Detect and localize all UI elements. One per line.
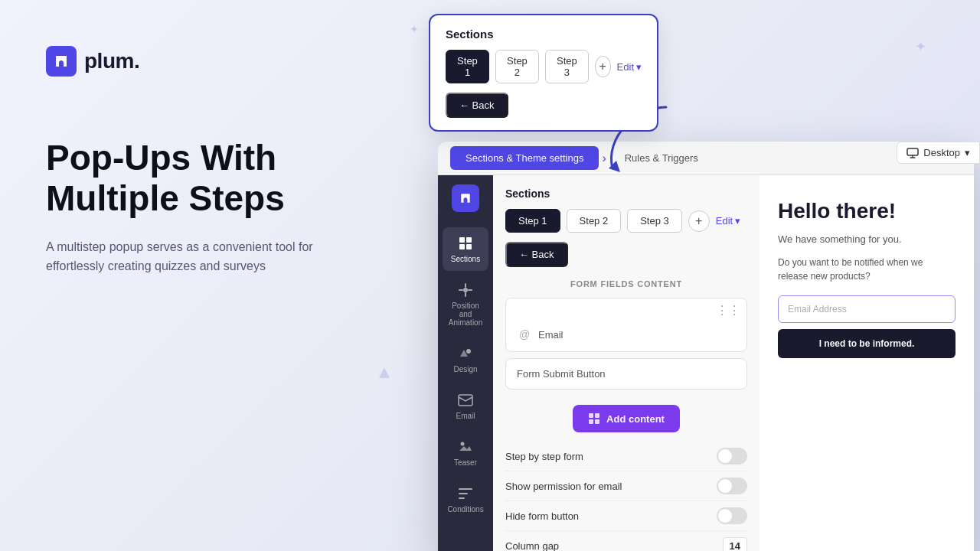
at-icon: @ bbox=[517, 327, 532, 342]
preview-email-input: Email Address bbox=[778, 295, 956, 323]
step-by-step-label: Step by step form bbox=[505, 451, 583, 462]
edit-step-btn[interactable]: Edit ▾ bbox=[716, 215, 740, 227]
floating-steps-row: Step 1 Step 2 Step 3 + Edit ▾ bbox=[446, 50, 642, 83]
add-step-btn[interactable]: + bbox=[688, 210, 710, 232]
sections-icon bbox=[457, 235, 474, 252]
chevron-down-icon: ▾ bbox=[965, 147, 970, 158]
sections-header: Sections bbox=[505, 187, 747, 200]
svg-rect-3 bbox=[466, 237, 472, 243]
logo-text: plum. bbox=[84, 49, 139, 73]
submit-field-inner: Form Submit Button bbox=[506, 359, 746, 389]
editor-sidebar: Sections Position and Animation bbox=[438, 175, 493, 551]
svg-point-6 bbox=[463, 288, 468, 292]
email-field-box: ⋮⋮ @ Email bbox=[505, 298, 747, 352]
sidebar-item-design[interactable]: Design bbox=[443, 337, 488, 381]
permission-toggle[interactable] bbox=[717, 478, 747, 494]
sidebar-design-label: Design bbox=[453, 365, 477, 373]
floating-step2-btn[interactable]: Step 2 bbox=[495, 50, 539, 83]
step2-btn[interactable]: Step 2 bbox=[567, 209, 622, 233]
preview-subtitle: We have something for you. bbox=[778, 233, 956, 245]
hide-button-toggle[interactable] bbox=[717, 507, 747, 524]
tab-sections-theme[interactable]: Sections & Theme settings bbox=[450, 146, 599, 170]
svg-rect-12 bbox=[589, 419, 593, 424]
floating-step3-btn[interactable]: Step 3 bbox=[545, 50, 589, 83]
floating-back-btn[interactable]: ← Back bbox=[446, 93, 508, 118]
step-by-step-toggle[interactable] bbox=[717, 448, 747, 465]
chevron-down-icon: ▾ bbox=[735, 215, 740, 227]
floating-step1-btn[interactable]: Step 1 bbox=[446, 50, 489, 83]
back-btn[interactable]: ← Back bbox=[505, 242, 568, 267]
monitor-icon bbox=[906, 148, 919, 158]
svg-rect-10 bbox=[589, 413, 593, 418]
svg-rect-8 bbox=[459, 395, 472, 406]
editor-body: Sections Position and Animation bbox=[438, 175, 974, 551]
teaser-icon bbox=[457, 439, 474, 455]
sidebar-item-email[interactable]: Email bbox=[443, 384, 488, 428]
email-icon bbox=[457, 392, 474, 409]
headline: Pop-Ups With Multiple Steps bbox=[46, 138, 413, 219]
email-field-inner: @ Email bbox=[506, 318, 746, 351]
toggle-row-permission: Show permission for email bbox=[505, 471, 747, 501]
sidebar-item-teaser[interactable]: Teaser bbox=[443, 431, 488, 474]
column-gap-label: Column gap bbox=[505, 540, 559, 551]
left-panel: plum. Pop-Ups With Multiple Steps A mult… bbox=[46, 46, 413, 276]
editor-container: Sections & Theme settings › Rules & Trig… bbox=[438, 142, 974, 551]
main-editor-content: Sections Step 1 Step 2 Step 3 + Edit ▾ ←… bbox=[493, 175, 760, 551]
svg-point-7 bbox=[466, 349, 471, 354]
svg-rect-2 bbox=[459, 237, 465, 243]
toggle-row-hidebutton: Hide form button bbox=[505, 501, 747, 531]
permission-label: Show permission for email bbox=[505, 481, 622, 492]
plum-logo-icon bbox=[46, 46, 77, 77]
conditions-icon bbox=[457, 485, 474, 502]
editor-topnav: Sections & Theme settings › Rules & Trig… bbox=[438, 142, 974, 175]
floating-edit-link[interactable]: Edit ▾ bbox=[617, 61, 642, 73]
step3-btn[interactable]: Step 3 bbox=[627, 209, 682, 233]
preview-submit-btn: I need to be informed. bbox=[778, 329, 956, 358]
add-content-btn[interactable]: Add content bbox=[573, 405, 680, 432]
deco-star1: ✦ bbox=[915, 38, 926, 55]
logo: plum. bbox=[46, 46, 413, 77]
submit-field-label: Form Submit Button bbox=[517, 368, 606, 380]
step1-btn[interactable]: Step 1 bbox=[505, 209, 560, 233]
svg-rect-5 bbox=[466, 244, 472, 249]
submit-field-box: Form Submit Button bbox=[505, 358, 747, 390]
preview-content: Hello there! We have something for you. … bbox=[760, 175, 974, 551]
sidebar-conditions-label: Conditions bbox=[447, 505, 483, 514]
preview-panel: Hello there! We have something for you. … bbox=[760, 175, 974, 551]
deco-triangle: ▲ bbox=[375, 361, 394, 383]
form-fields-label: FORM FIELDS CONTENT bbox=[505, 279, 747, 289]
column-gap-row: Column gap 14 bbox=[505, 531, 747, 551]
add-content-icon bbox=[588, 412, 600, 425]
svg-rect-11 bbox=[595, 413, 599, 418]
preview-question: Do you want to be notified when we relea… bbox=[778, 256, 956, 283]
sidebar-sections-label: Sections bbox=[451, 255, 480, 263]
sidebar-teaser-label: Teaser bbox=[454, 458, 477, 467]
design-icon bbox=[457, 345, 474, 362]
sidebar-email-label: Email bbox=[456, 412, 475, 420]
toggle-row-stepbyStep: Step by step form bbox=[505, 442, 747, 471]
preview-title: Hello there! bbox=[778, 198, 956, 224]
position-icon bbox=[457, 282, 474, 298]
sidebar-position-label: Position and Animation bbox=[449, 302, 482, 327]
hide-button-label: Hide form button bbox=[505, 510, 579, 522]
svg-rect-13 bbox=[595, 419, 599, 424]
floating-sections-card: Sections Step 1 Step 2 Step 3 + Edit ▾ ←… bbox=[429, 14, 658, 132]
deco-star2: ✦ bbox=[410, 23, 419, 35]
svg-rect-1 bbox=[907, 148, 918, 155]
steps-row: Step 1 Step 2 Step 3 + Edit ▾ bbox=[505, 209, 747, 233]
drag-dots-icon: ⋮⋮ bbox=[716, 303, 740, 318]
sidebar-item-position[interactable]: Position and Animation bbox=[443, 274, 488, 334]
column-gap-value: 14 bbox=[723, 537, 747, 551]
sidebar-item-conditions[interactable]: Conditions bbox=[443, 478, 488, 521]
sidebar-item-sections[interactable]: Sections bbox=[443, 227, 488, 271]
email-field-label: Email bbox=[538, 329, 564, 341]
floating-card-title: Sections bbox=[446, 28, 642, 41]
desktop-badge[interactable]: Desktop ▾ bbox=[897, 142, 980, 164]
subtext: A multistep popup serves as a convenient… bbox=[46, 237, 337, 276]
drag-handle[interactable]: ⋮⋮ bbox=[506, 298, 746, 318]
sidebar-logo bbox=[452, 184, 479, 212]
floating-add-step-btn[interactable]: + bbox=[595, 56, 611, 77]
svg-point-9 bbox=[461, 442, 465, 446]
svg-rect-4 bbox=[459, 244, 465, 249]
